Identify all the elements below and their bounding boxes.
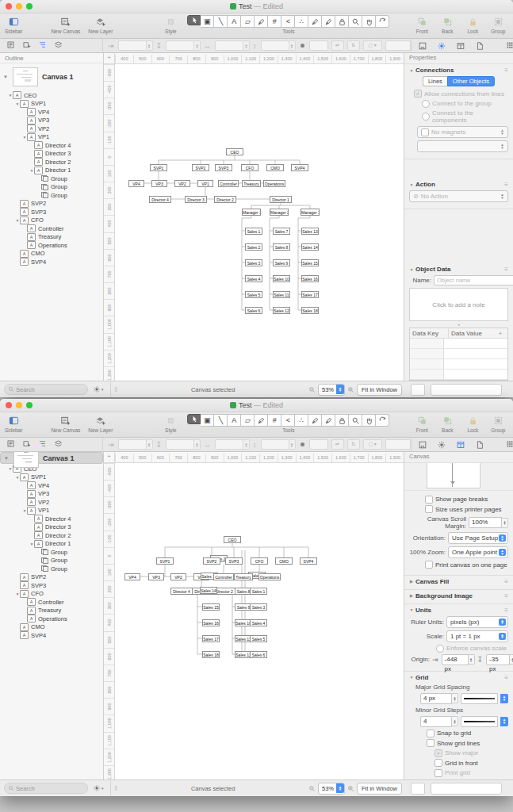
org-node-sales-17[interactable]: Sales 17 <box>301 291 319 298</box>
org-node-sales-3[interactable]: Sales 3 <box>245 259 262 266</box>
org-node-sales-6[interactable]: Sales 6 <box>245 307 262 314</box>
grid-tool[interactable]: # <box>268 414 281 427</box>
style-brush-tool[interactable] <box>308 414 322 427</box>
org-node-operations[interactable]: Operations <box>263 180 285 187</box>
magnets-select[interactable]: No magnets▲▼ <box>417 126 508 138</box>
outline-item-vp2[interactable]: AVP2 <box>0 124 103 133</box>
add-canvas-icon[interactable] <box>22 439 31 450</box>
new-canvas-button[interactable] <box>57 414 75 427</box>
y-stepper[interactable]: ▲▼ <box>194 439 201 450</box>
org-node-sales-17[interactable]: Sales 17 <box>202 635 220 642</box>
org-node-vp2[interactable]: VP2 <box>170 573 186 580</box>
connect-components-radio[interactable] <box>422 113 430 121</box>
fit-in-window-button[interactable]: Fit in Window <box>357 384 402 396</box>
outline-item-group[interactable]: Group <box>0 183 103 192</box>
org-node-sales-9[interactable]: Sales 9 <box>273 259 290 266</box>
action-select[interactable]: ⊘No Action▲▼ <box>409 190 508 202</box>
org-node-sales-11[interactable]: Sales 11 <box>273 291 290 298</box>
width-stepper[interactable]: ▲▼ <box>243 40 250 51</box>
org-node-director-1[interactable]: Director 1 <box>270 196 292 203</box>
org-node-sales-8[interactable]: Sales 8 <box>273 243 290 251</box>
freehand-tool[interactable] <box>322 15 335 28</box>
data-table-row[interactable] <box>410 359 507 370</box>
outline-item-vp4[interactable]: AVP4 <box>0 108 103 117</box>
zoom-definition-select[interactable]: One Apple point▲▼ <box>448 546 508 558</box>
org-node-sales-15[interactable]: Sales 15 <box>202 603 220 611</box>
org-node-director-2[interactable]: Director 2 <box>214 196 236 203</box>
layers-view-icon[interactable] <box>54 439 63 450</box>
pen-tool[interactable] <box>255 15 268 28</box>
width-stepper[interactable]: ▲▼ <box>243 439 250 450</box>
selection-tool[interactable] <box>187 414 201 424</box>
flip-horizontal-button[interactable]: ⇄ <box>331 40 344 51</box>
outline-item-svp2[interactable]: ASVP2 <box>0 200 103 209</box>
outline-item-cmo[interactable]: ACMO <box>0 623 103 632</box>
org-node-sales-10[interactable]: Sales 10 <box>273 275 290 282</box>
rotate-tool[interactable] <box>376 15 389 28</box>
disclosure-icon[interactable]: ▶ <box>409 593 414 598</box>
outline-item-director-3[interactable]: ADirector 3 <box>0 150 103 159</box>
org-node-cmo[interactable]: CMO <box>275 557 293 565</box>
outline-item-svp3[interactable]: ASVP3 <box>0 208 103 216</box>
zoom-in-icon[interactable] <box>347 781 354 795</box>
show-page-breaks-checkbox[interactable] <box>425 496 433 504</box>
major-grid-field[interactable]: 4 px <box>420 693 452 704</box>
zoom-tool[interactable] <box>349 414 362 427</box>
org-node-director-3[interactable]: Director 3 <box>185 196 207 203</box>
outline-item-director-1[interactable]: ▼ADirector 1 <box>0 167 103 175</box>
org-node-treasury[interactable]: Treasury <box>234 573 253 580</box>
org-node-sales-18[interactable]: Sales 18 <box>301 307 319 314</box>
width-field[interactable] <box>215 40 243 51</box>
search-field[interactable]: Search <box>4 384 88 395</box>
org-node-sales-13[interactable]: Sales 13 <box>301 228 319 235</box>
lock-button[interactable] <box>464 414 481 427</box>
major-grid-line-style[interactable] <box>461 693 498 704</box>
selection-tool[interactable] <box>187 15 201 25</box>
grid-in-front-checkbox[interactable] <box>435 759 442 767</box>
org-node-svp3[interactable]: SVP3 <box>215 164 232 171</box>
org-node-cfo[interactable]: CFO <box>251 557 268 565</box>
outline-item-group[interactable]: Group <box>0 548 103 557</box>
outline-item-svp3[interactable]: ASVP3 <box>0 581 103 590</box>
lock-button[interactable] <box>464 15 481 28</box>
object-name-field[interactable] <box>385 40 411 51</box>
x-position-field[interactable] <box>118 40 147 51</box>
connect-group-radio[interactable] <box>422 100 430 108</box>
outline-item-cfo[interactable]: ▼ACFO <box>0 590 103 599</box>
pen-tool[interactable] <box>255 414 268 427</box>
section-menu-icon[interactable]: ≡ <box>504 181 508 188</box>
tab-properties-inspector[interactable] <box>435 40 448 51</box>
rotate-tool[interactable] <box>376 414 389 427</box>
back-button[interactable] <box>438 15 456 28</box>
disclosure-icon[interactable]: ▼ <box>409 267 414 272</box>
line-tool[interactable]: ╲ <box>214 414 228 427</box>
status-name-field[interactable] <box>431 783 502 795</box>
rotation-field[interactable] <box>309 439 328 450</box>
status-name-field[interactable] <box>431 384 502 396</box>
stencil-browser-icon[interactable] <box>505 439 513 450</box>
scroll-margin-stepper[interactable]: ▲▼ <box>502 518 508 528</box>
fit-in-window-button[interactable]: Fit in Window <box>357 783 402 795</box>
outline-item-svp4[interactable]: ASVP4 <box>0 258 103 266</box>
outline-item-svp1[interactable]: ▼ASVP1 <box>0 473 103 482</box>
shape-tool[interactable]: ▣ <box>201 15 214 28</box>
org-node-treasury[interactable]: Treasury <box>242 180 261 187</box>
outline-item-vp3[interactable]: AVP3 <box>0 117 103 125</box>
org-node-svp2[interactable]: SVP2 <box>203 557 220 565</box>
artboard-tool[interactable]: ▱ <box>241 15 255 28</box>
freehand-tool[interactable] <box>322 414 335 427</box>
text-tool[interactable]: A <box>228 15 241 28</box>
data-table-row[interactable] <box>410 370 507 380</box>
magnet-positions-select[interactable]: ▲▼ <box>417 140 508 152</box>
text-tool[interactable]: A <box>228 414 241 427</box>
action-tool[interactable] <box>335 414 349 427</box>
org-node-operations[interactable]: Operations <box>258 573 281 580</box>
outline-item-svp1[interactable]: ▼ASVP1 <box>0 100 103 109</box>
tab-canvas-inspector[interactable] <box>454 439 467 450</box>
org-node-sales-4[interactable]: Sales 4 <box>250 619 267 626</box>
back-button[interactable] <box>438 414 456 427</box>
org-node-sales-4[interactable]: Sales 4 <box>245 275 262 282</box>
show-grid-lines-checkbox[interactable] <box>427 739 435 747</box>
outline-item-director-3[interactable]: ADirector 3 <box>0 523 103 532</box>
note-area[interactable]: Click to add a note <box>409 288 508 321</box>
